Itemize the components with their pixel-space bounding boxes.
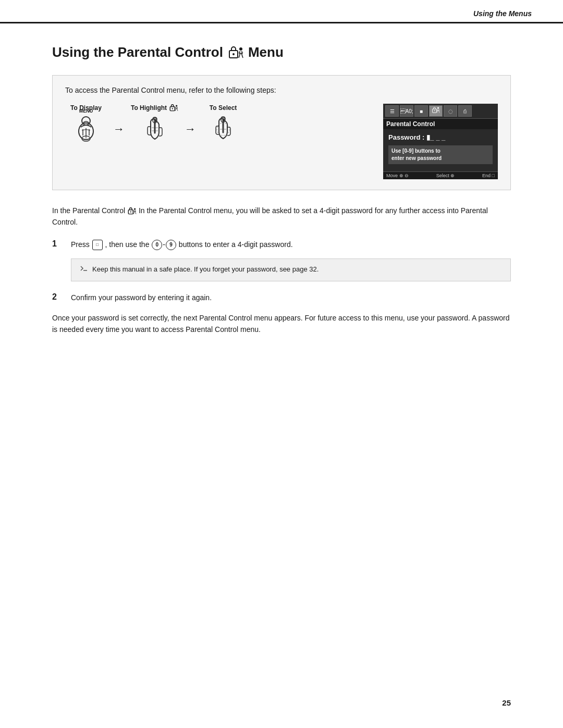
select-icon-container: [210, 116, 237, 144]
tv-icon-2: A0;: [400, 105, 413, 117]
highlight-icon-container: [141, 116, 168, 144]
conclusion-text: Once your password is set correctly, the…: [52, 312, 511, 336]
instruction-intro: To access the Parental Control menu, ref…: [65, 86, 498, 94]
page-title: Using the Parental Control Menu: [52, 44, 511, 60]
parental-control-icon: [227, 45, 244, 60]
page-number: 25: [502, 698, 511, 707]
zero-button-icon: 0: [152, 240, 162, 250]
instruction-box: To access the Parental Control menu, ref…: [52, 75, 511, 190]
svg-point-1: [232, 53, 235, 55]
nine-button-icon: 9: [166, 240, 176, 250]
step-1-number: 1: [52, 239, 63, 249]
tv-icon-6: ⎙: [458, 105, 472, 117]
step-select: To Select: [202, 104, 244, 144]
step-2-text: Confirm your password by entering it aga…: [71, 292, 511, 303]
svg-point-17: [437, 107, 439, 109]
page-container: Using the Menus Using the Parental Contr…: [0, 0, 563, 728]
menu-label: MENU: [79, 108, 93, 114]
inline-parental-icon: [127, 207, 137, 215]
step-1-container: 1 Press □ , then use the 0-9 buttons to …: [52, 239, 511, 250]
header-bar: Using the Menus: [0, 0, 563, 23]
body-intro-text: In the Parental Control In the Parental …: [52, 205, 511, 228]
tv-screen: ☰ A0; ■: [383, 104, 498, 179]
svg-point-9: [176, 105, 177, 106]
hand-press-icon: [72, 116, 100, 144]
svg-point-4: [82, 117, 90, 125]
tv-icon-3: ■: [414, 105, 428, 117]
tv-hint-box: Use [0-9] buttons to enter new password: [388, 145, 493, 164]
step-2-container: 2 Confirm your password by entering it a…: [52, 292, 511, 303]
tv-title-bar: Parental Control: [383, 118, 498, 129]
steps-left: To Display MENU: [65, 104, 383, 144]
tv-icon-5: ◌: [444, 105, 457, 117]
tv-status-move: Move ⊕ ⊖: [386, 173, 409, 178]
step-1-text: Press □ , then use the 0-9 buttons to en…: [71, 239, 511, 250]
step-2-number: 2: [52, 292, 63, 302]
tv-icon-4: [429, 105, 443, 117]
note-icon: [80, 264, 88, 276]
header-title: Using the Menus: [473, 9, 532, 18]
arrow2: →: [185, 122, 196, 136]
svg-point-20: [134, 208, 136, 210]
step-highlight: To Highlight: [131, 104, 178, 144]
tv-content-area: Password : ▮_ _ _ Use [0-9] buttons to e…: [383, 129, 498, 171]
tv-password-cursor: ▮_ _ _: [426, 133, 445, 141]
main-content: Using the Parental Control Menu To: [0, 23, 563, 377]
tv-status-bar: Move ⊕ ⊖ Select ⊕ End □: [383, 171, 498, 179]
arrow1: →: [113, 122, 125, 136]
note-box: Keep this manual in a safe place. If you…: [71, 258, 511, 281]
step-highlight-label: To Highlight: [131, 104, 178, 112]
hand-select-icon: [210, 116, 237, 144]
svg-point-2: [239, 47, 242, 51]
svg-point-8: [172, 108, 173, 109]
svg-point-16: [434, 110, 435, 111]
step-display: To Display MENU: [65, 104, 107, 144]
steps-diagram: To Display MENU: [65, 104, 498, 179]
tv-status-end: End □: [482, 173, 495, 178]
display-icon-container: MENU: [72, 116, 100, 144]
tv-status-select: Select ⊕: [436, 173, 455, 178]
highlight-parental-icon: [169, 104, 178, 112]
step-select-label: To Select: [210, 104, 237, 112]
enter-button-icon: □: [92, 240, 103, 250]
hand-point-icon: [141, 116, 168, 144]
page-title-text: Using the Parental Control: [52, 44, 223, 60]
tv-icons-row: ☰ A0; ■: [383, 104, 498, 118]
tv-icon-1: ☰: [385, 105, 399, 117]
page-title-suffix: Menu: [248, 44, 284, 60]
note-text: Keep this manual in a safe place. If you…: [92, 264, 319, 275]
svg-point-19: [130, 212, 131, 213]
tv-password-row: Password : ▮_ _ _: [388, 133, 493, 141]
